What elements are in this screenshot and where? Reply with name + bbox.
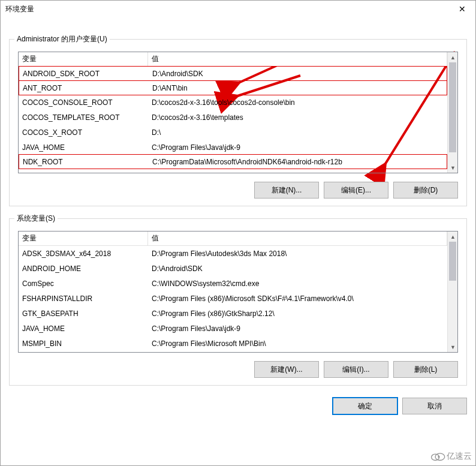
scroll-thumb[interactable] — [449, 62, 456, 152]
user-list-content: 变量 值 ANDROID_SDK_ROOTD:\Android\SDKANT_R… — [19, 52, 447, 173]
var-name-cell: COCOS_CONSOLE_ROOT — [19, 97, 148, 109]
sys-delete-button[interactable]: 删除(L) — [393, 361, 458, 378]
var-name-cell: MSMPI_BIN — [19, 338, 148, 350]
var-name-cell: ANDROID_SDK_ROOT — [19, 68, 149, 80]
sys-edit-button[interactable]: 编辑(I)... — [324, 361, 388, 378]
user-list-header: 变量 值 — [19, 52, 447, 67]
user-variables-list[interactable]: 变量 值 ANDROID_SDK_ROOTD:\Android\SDKANT_R… — [18, 52, 458, 173]
var-value-cell: C:\WINDOWS\system32\cmd.exe — [148, 278, 447, 290]
var-value-cell: C:\Program Files (x86)\Microsoft SDKs\F#… — [148, 293, 447, 305]
watermark: 亿速云 — [430, 451, 472, 462]
var-name-cell: ComSpec — [19, 278, 148, 290]
var-value-cell: C:\Program Files\Java\jdk-9 — [148, 323, 447, 335]
col-header-value[interactable]: 值 — [148, 232, 447, 245]
sys-list-header: 变量 值 — [19, 232, 447, 246]
var-name-cell: GTK_BASEPATH — [19, 308, 148, 320]
table-row[interactable]: FSHARPINSTALLDIRC:\Program Files (x86)\M… — [19, 291, 447, 306]
table-row[interactable]: COCOS_CONSOLE_ROOTD:\cocos2d-x-3.16\tool… — [19, 95, 447, 110]
var-value-cell: C:\Program Files\Java\jdk-9 — [148, 142, 447, 154]
scroll-up-icon[interactable]: ▲ — [448, 52, 458, 62]
titlebar: 环境变量 ✕ — [1, 1, 475, 17]
var-name-cell: FSHARPINSTALLDIR — [19, 293, 148, 305]
table-row[interactable]: ComSpecC:\WINDOWS\system32\cmd.exe — [19, 276, 447, 291]
scroll-down-icon[interactable]: ▼ — [448, 342, 458, 352]
user-edit-button[interactable]: 编辑(E)... — [324, 182, 388, 199]
col-header-variable[interactable]: 变量 — [19, 232, 148, 245]
scroll-down-icon[interactable]: ▼ — [448, 163, 458, 173]
var-value-cell: C:\Program Files (x86)\GtkSharp\2.12\ — [148, 308, 447, 320]
user-scrollbar[interactable]: ▲ ▼ — [447, 52, 457, 173]
table-row[interactable]: COCOS_TEMPLATES_ROOTD:\cocos2d-x-3.16\te… — [19, 110, 447, 125]
var-name-cell: COCOS_X_ROOT — [19, 127, 148, 139]
var-value-cell: C:\Program Files\Microsoft MPI\Bin\ — [148, 338, 447, 350]
var-name-cell: ANT_ROOT — [19, 82, 149, 94]
cancel-button[interactable]: 取消 — [402, 398, 467, 414]
scroll-up-icon[interactable]: ▲ — [448, 232, 458, 242]
var-name-cell: JAVA_HOME — [19, 323, 148, 335]
col-header-variable[interactable]: 变量 — [19, 52, 148, 66]
sys-list-content: 变量 值 ADSK_3DSMAX_x64_2018D:\Program File… — [19, 232, 447, 352]
var-value-cell: D:\ANT\bin — [149, 82, 447, 94]
col-header-value[interactable]: 值 — [148, 52, 447, 66]
var-value-cell: D:\Program Files\Autodesk\3ds Max 2018\ — [148, 248, 447, 260]
table-row[interactable]: JAVA_HOMEC:\Program Files\Java\jdk-9 — [19, 140, 447, 155]
var-value-cell: C:\ProgramData\Microsoft\AndroidNDK64\an… — [149, 156, 447, 168]
watermark-text: 亿速云 — [447, 451, 472, 462]
svg-point-5 — [435, 453, 445, 461]
close-icon[interactable]: ✕ — [449, 1, 475, 17]
dialog-body: Administrator 的用户变量(U) 变量 值 ANDROID_SDK_… — [1, 17, 475, 420]
var-value-cell: D:\cocos2d-x-3.16\tools\cocos2d-console\… — [148, 97, 447, 109]
var-name-cell: ANDROID_HOME — [19, 263, 148, 275]
user-buttons: 新建(N)... 编辑(E)... 删除(D) — [18, 182, 458, 199]
table-row[interactable]: ANT_ROOTD:\ANT\bin — [19, 80, 447, 95]
var-value-cell: D:\Android\SDK — [149, 68, 447, 80]
var-value-cell: D:\ — [148, 127, 447, 139]
svg-point-6 — [438, 456, 439, 458]
env-vars-dialog: 环境变量 ✕ Administrator 的用户变量(U) 变量 值 ANDRO… — [0, 0, 476, 466]
user-new-button[interactable]: 新建(N)... — [254, 182, 319, 199]
var-name-cell: COCOS_TEMPLATES_ROOT — [19, 112, 148, 124]
dialog-bottom-buttons: 确定 取消 — [9, 398, 467, 414]
table-row[interactable]: COCOS_X_ROOTD:\ — [19, 125, 447, 140]
user-group-legend: Administrator 的用户变量(U) — [14, 34, 110, 44]
user-delete-button[interactable]: 删除(D) — [393, 182, 458, 199]
table-row[interactable]: NDK_ROOTC:\ProgramData\Microsoft\Android… — [19, 154, 447, 169]
system-variables-list[interactable]: 变量 值 ADSK_3DSMAX_x64_2018D:\Program File… — [18, 231, 458, 353]
window-title: 环境变量 — [5, 4, 449, 14]
sys-group-legend: 系统变量(S) — [14, 214, 58, 224]
var-name-cell: NDK_ROOT — [19, 156, 149, 168]
sys-buttons: 新建(W)... 编辑(I)... 删除(L) — [18, 361, 458, 378]
var-value-cell: D:\cocos2d-x-3.16\templates — [148, 112, 447, 124]
table-row[interactable]: MSMPI_BINC:\Program Files\Microsoft MPI\… — [19, 336, 447, 351]
table-row[interactable]: GTK_BASEPATHC:\Program Files (x86)\GtkSh… — [19, 306, 447, 321]
var-name-cell: ADSK_3DSMAX_x64_2018 — [19, 248, 148, 260]
sys-scrollbar[interactable]: ▲ ▼ — [447, 232, 457, 352]
ok-button[interactable]: 确定 — [333, 398, 397, 414]
scroll-thumb[interactable] — [449, 242, 456, 281]
table-row[interactable]: ANDROID_SDK_ROOTD:\Android\SDK — [19, 66, 447, 81]
var-value-cell: D:\Android\SDK — [148, 263, 447, 275]
sys-new-button[interactable]: 新建(W)... — [254, 361, 319, 378]
table-row[interactable]: ADSK_3DSMAX_x64_2018D:\Program Files\Aut… — [19, 246, 447, 261]
user-variables-group: Administrator 的用户变量(U) 变量 值 ANDROID_SDK_… — [9, 39, 467, 206]
table-row[interactable]: JAVA_HOMEC:\Program Files\Java\jdk-9 — [19, 321, 447, 336]
cloud-icon — [430, 452, 445, 461]
var-name-cell: JAVA_HOME — [19, 142, 148, 154]
system-variables-group: 系统变量(S) 变量 值 ADSK_3DSMAX_x64_2018D:\Prog… — [9, 218, 467, 386]
table-row[interactable]: ANDROID_HOMED:\Android\SDK — [19, 261, 447, 276]
